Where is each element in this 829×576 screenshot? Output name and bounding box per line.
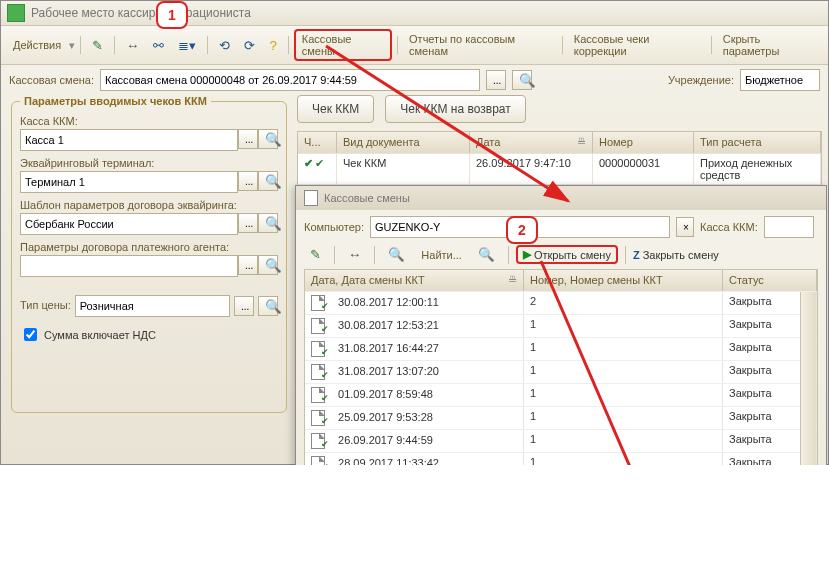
posted-icon: ✔	[321, 347, 329, 357]
col-date[interactable]: Дата≞	[470, 132, 593, 153]
separator	[562, 36, 563, 54]
check-button[interactable]: Чек ККМ	[297, 95, 374, 123]
check-icon: ✔	[304, 157, 313, 169]
shift-row[interactable]: ✔ 28.09.2017 11:33:421Закрыта	[305, 452, 817, 465]
table-header: Ч... Вид документа Дата≞ Номер Тип расче…	[298, 132, 821, 153]
doc-icon	[304, 190, 318, 206]
shift-label: Кассовая смена:	[9, 74, 94, 86]
posted-icon: ✔	[321, 370, 329, 380]
shift-search-button[interactable]: 🔍	[512, 70, 532, 90]
callout-2: 2	[506, 216, 538, 244]
main-window: Рабочее место кассира-операциониста Дейс…	[0, 0, 829, 465]
posted-icon: ✔	[321, 301, 329, 311]
shift-row: Кассовая смена: ... 🔍 Учреждение:	[1, 65, 828, 95]
price-ellipsis-button[interactable]: ...	[234, 296, 254, 316]
kassa-ellipsis-button[interactable]: ...	[238, 129, 258, 149]
find-icon[interactable]: 🔍	[382, 244, 411, 265]
col-num[interactable]: Номер	[593, 132, 694, 153]
refresh2-icon[interactable]: ↔	[342, 244, 367, 265]
shift-row[interactable]: ✔ 30.08.2017 12:00:112Закрыта	[305, 291, 817, 314]
open-shift-button[interactable]: ▶ Открыть смену	[516, 245, 618, 264]
find-button[interactable]: Найти...	[415, 246, 468, 264]
edit2-icon[interactable]: ✎	[304, 244, 327, 265]
hide-params-link[interactable]: Скрыть параметры	[717, 30, 822, 60]
title-bar: Рабочее место кассира-операциониста	[1, 1, 828, 25]
vat-checkbox[interactable]	[24, 328, 37, 341]
help-icon[interactable]: ?	[263, 35, 282, 56]
shift-reports-link[interactable]: Отчеты по кассовым сменам	[403, 30, 557, 60]
separator	[711, 36, 712, 54]
s-col-num[interactable]: Номер, Номер смены ККТ	[524, 270, 723, 291]
z-icon: Z	[633, 249, 640, 261]
shift-input[interactable]	[100, 69, 480, 91]
separator	[80, 36, 81, 54]
s-col-date[interactable]: Дата, Дата смены ККТ≞	[305, 270, 524, 291]
close-shift-button[interactable]: Z Закрыть смену	[633, 249, 719, 261]
shift-row[interactable]: ✔ 25.09.2017 9:53:281Закрыта	[305, 406, 817, 429]
price-input[interactable]	[75, 295, 230, 317]
price-label: Тип цены:	[20, 299, 71, 311]
agent-ellipsis-button[interactable]: ...	[238, 255, 258, 275]
s-col-status[interactable]: Статус	[723, 270, 817, 291]
check-return-button[interactable]: Чек ККМ на возврат	[385, 95, 525, 123]
refresh-icon[interactable]: ↔	[120, 35, 145, 56]
table-row[interactable]: ✔✔ Чек ККМ 26.09.2017 9:47:10 0000000031…	[298, 153, 821, 184]
cash-shifts-link[interactable]: Кассовые смены	[294, 29, 392, 61]
acq-label: Эквайринговый терминал:	[20, 157, 278, 169]
vertical-scrollbar[interactable]	[800, 292, 816, 465]
edit-icon[interactable]: ✎	[86, 35, 109, 56]
kassa-search-button[interactable]: 🔍	[258, 129, 278, 149]
template-input[interactable]	[20, 213, 238, 235]
kassa2-label: Касса ККМ:	[700, 221, 758, 233]
comp-clear-button[interactable]: ×	[676, 217, 694, 237]
acq-input[interactable]	[20, 171, 238, 193]
shift-row[interactable]: ✔ 31.08.2017 16:44:271Закрыта	[305, 337, 817, 360]
params-fieldset: Параметры вводимых чеков ККМ Касса ККМ: …	[11, 95, 287, 413]
play-icon: ▶	[523, 248, 531, 261]
list-icon[interactable]: ≣▾	[172, 35, 202, 56]
price-search-button[interactable]: 🔍	[258, 296, 278, 316]
link-icon[interactable]: ⚯	[147, 35, 170, 56]
acq-search-button[interactable]: 🔍	[258, 171, 278, 191]
col-type[interactable]: Вид документа	[337, 132, 470, 153]
correction-checks-link[interactable]: Кассовые чеки коррекции	[568, 30, 706, 60]
posted-icon: ✔	[321, 439, 329, 449]
shift-row[interactable]: ✔ 30.08.2017 12:53:211Закрыта	[305, 314, 817, 337]
kassa-label: Касса ККМ:	[20, 115, 278, 127]
actions-menu[interactable]: Действия	[7, 36, 67, 54]
callout-1: 1	[156, 1, 188, 29]
shift-row[interactable]: ✔ 31.08.2017 13:07:201Закрыта	[305, 360, 817, 383]
agent-search-button[interactable]: 🔍	[258, 255, 278, 275]
posted-icon: ✔	[321, 324, 329, 334]
app-icon	[7, 4, 25, 22]
org-label: Учреждение:	[668, 74, 734, 86]
separator	[114, 36, 115, 54]
clear-find-icon[interactable]: 🔍	[472, 244, 501, 265]
posted-icon: ✔	[321, 393, 329, 403]
template-search-button[interactable]: 🔍	[258, 213, 278, 233]
shifts-title-bar: Кассовые смены	[296, 186, 826, 210]
posted-icon: ✔	[321, 462, 329, 465]
shift-row[interactable]: ✔ 01.09.2017 8:59:481Закрыта	[305, 383, 817, 406]
vat-label: Сумма включает НДС	[44, 329, 156, 341]
acq-ellipsis-button[interactable]: ...	[238, 171, 258, 191]
kassa2-input[interactable]	[764, 216, 814, 238]
main-toolbar: Действия ▾ ✎ ↔ ⚯ ≣▾ ⟲ ⟳ ? Кассовые смены…	[1, 25, 828, 65]
shifts-title: Кассовые смены	[324, 192, 410, 204]
shift-ellipsis-button[interactable]: ...	[486, 70, 506, 90]
col-check[interactable]: Ч...	[298, 132, 337, 153]
agent-input[interactable]	[20, 255, 238, 277]
kassa-input[interactable]	[20, 129, 238, 151]
template-ellipsis-button[interactable]: ...	[238, 213, 258, 233]
comp-label: Компьютер:	[304, 221, 364, 233]
params-legend: Параметры вводимых чеков ККМ	[20, 95, 211, 107]
nav-back-icon[interactable]: ⟲	[213, 35, 236, 56]
nav-fwd-icon[interactable]: ⟳	[238, 35, 261, 56]
agent-label: Параметры договора платежного агента:	[20, 241, 278, 253]
org-input[interactable]	[740, 69, 820, 91]
shift-row[interactable]: ✔ 26.09.2017 9:44:591Закрыта	[305, 429, 817, 452]
separator	[397, 36, 398, 54]
col-calc[interactable]: Тип расчета	[694, 132, 821, 153]
template-label: Шаблон параметров договора эквайринга:	[20, 199, 278, 211]
posted-icon: ✔	[321, 416, 329, 426]
